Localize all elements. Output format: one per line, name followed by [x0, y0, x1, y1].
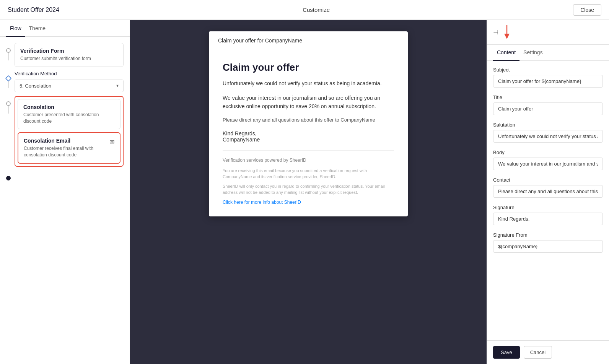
app-header: Student Offer 2024 Customize Close — [0, 0, 609, 20]
email-preview-body: Claim your offer Unfortunately we could … — [209, 50, 408, 216]
consolation-email-title: Consolation Email — [24, 138, 109, 144]
signature-label: Signature — [493, 205, 603, 210]
consolation-dropdown[interactable]: 5. Consolation ▾ — [15, 80, 124, 92]
flow-node-col-2 — [6, 71, 11, 88]
subject-field-group: Subject — [493, 67, 603, 88]
flow-node-dot-filled — [6, 176, 11, 180]
consolation-email-text-block: Consolation Email Customer receives fina… — [24, 138, 109, 158]
flow-node-dot — [6, 48, 11, 53]
flow-node-col-bottom — [6, 171, 11, 180]
body-label: Body — [493, 150, 603, 155]
email-preview-header: Claim your offer for CompanyName — [209, 31, 408, 50]
contact-field-group: Contact — [493, 177, 603, 198]
right-panel-top: ⊣ — [487, 20, 609, 45]
email-preview: Claim your offer for CompanyName Claim y… — [209, 31, 408, 216]
salutation-label: Salutation — [493, 122, 603, 128]
body-input[interactable] — [493, 158, 603, 170]
tab-content[interactable]: Content — [493, 45, 519, 61]
tab-theme[interactable]: Theme — [25, 20, 50, 37]
contact-input[interactable] — [493, 185, 603, 198]
consolation-section: Consolation Customer presented with cons… — [15, 96, 124, 167]
sidebar-tabs: Flow Theme — [0, 20, 130, 37]
right-panel-footer: Save Cancel — [487, 340, 609, 364]
consolation-email-card-inner: Consolation Email Customer receives fina… — [24, 138, 114, 158]
verification-form-title: Verification Form — [20, 48, 118, 54]
subject-label: Subject — [493, 67, 603, 73]
flow-item-verification-method: Verification Method 5. Consolation ▾ — [6, 71, 124, 96]
collapse-panel-icon[interactable]: ⊣ — [493, 29, 498, 36]
consolation-email-card[interactable]: Consolation Email Customer receives fina… — [18, 132, 120, 164]
signature-from-label: Signature From — [493, 232, 603, 238]
chevron-down-icon: ▾ — [116, 83, 119, 88]
tab-flow[interactable]: Flow — [6, 20, 25, 37]
flow-item-bottom — [6, 171, 124, 180]
email-signature-from: CompanyName — [223, 136, 260, 143]
signature-from-input[interactable] — [493, 240, 603, 253]
email-icon: ✉ — [109, 138, 114, 146]
sheerid-link[interactable]: Click here for more info about SheerID — [223, 200, 301, 205]
save-button[interactable]: Save — [493, 346, 520, 359]
title-label: Title — [493, 94, 603, 100]
email-preview-header-text: Claim your offer for CompanyName — [218, 37, 302, 44]
email-preview-title: Claim your offer — [223, 62, 394, 73]
signature-field-group: Signature — [493, 205, 603, 225]
tab-settings[interactable]: Settings — [519, 45, 547, 61]
flow-node-line-3 — [8, 106, 9, 114]
consolation-card[interactable]: Consolation Customer presented with cons… — [18, 99, 120, 130]
svg-marker-1 — [504, 34, 510, 39]
verification-form-desc: Customer submits verification form — [20, 55, 118, 62]
red-arrow-indicator — [502, 24, 512, 40]
email-body-text: We value your interest in our journalism… — [223, 94, 394, 111]
email-divider — [223, 150, 394, 151]
right-panel-content: Subject Title Salutation Body Contact Si — [487, 61, 609, 340]
verification-method-label: Verification Method — [15, 71, 124, 76]
subject-input[interactable] — [493, 75, 603, 88]
consolation-section-wrapper: Consolation Customer presented with cons… — [6, 96, 124, 171]
email-signature-line1: Kind Regards, — [223, 130, 257, 136]
verification-form-card[interactable]: Verification Form Customer submits verif… — [15, 43, 124, 67]
flow-node-diamond — [5, 75, 12, 81]
close-button[interactable]: Close — [573, 4, 601, 16]
flow-node-dot-2 — [6, 101, 11, 106]
sidebar-content: Verification Form Customer submits verif… — [0, 37, 130, 364]
salutation-input[interactable] — [493, 130, 603, 143]
consolation-email-desc: Customer receives final email with conso… — [24, 145, 109, 158]
email-footer: Verification services powered by SheerID — [223, 157, 394, 164]
flow-item-verification-form: Verification Form Customer submits verif… — [6, 43, 124, 71]
flow-node-col-3 — [6, 96, 11, 114]
email-salutation: Unfortunately we could not verify your s… — [223, 80, 394, 88]
signature-from-field-group: Signature From — [493, 232, 603, 253]
flow-list: Verification Form Customer submits verif… — [6, 43, 124, 180]
app-title: Student Offer 2024 — [8, 6, 59, 13]
contact-label: Contact — [493, 177, 603, 183]
cancel-button[interactable]: Cancel — [524, 346, 552, 359]
right-panel-tabs: Content Settings — [487, 45, 609, 61]
email-contact: Please direct any and all questions abou… — [223, 117, 394, 123]
email-footer-body: You are receiving this email because you… — [223, 167, 394, 180]
signature-input[interactable] — [493, 213, 603, 225]
body-field-group: Body — [493, 150, 603, 170]
right-panel: ⊣ Content Settings Subject Title Salutat… — [487, 20, 609, 364]
flow-node-line-2 — [8, 81, 9, 88]
title-input[interactable] — [493, 102, 603, 115]
email-signature: Kind Regards, CompanyName — [223, 130, 394, 143]
consolation-desc: Customer presented with consolation disc… — [23, 112, 115, 125]
flow-node-line — [8, 53, 9, 60]
main-layout: Flow Theme Verification Form Customer su… — [0, 20, 609, 364]
page-subtitle: Customize — [303, 6, 330, 13]
sidebar: Flow Theme Verification Form Customer su… — [0, 20, 130, 364]
email-footer-body2: SheerID will only contact you in regard … — [223, 183, 394, 196]
consolation-title: Consolation — [23, 104, 115, 110]
salutation-field-group: Salutation — [493, 122, 603, 143]
dropdown-selected: 5. Consolation — [20, 83, 51, 89]
title-field-group: Title — [493, 94, 603, 115]
flow-node-col — [6, 43, 11, 60]
preview-area: Claim your offer for CompanyName Claim y… — [130, 20, 487, 364]
